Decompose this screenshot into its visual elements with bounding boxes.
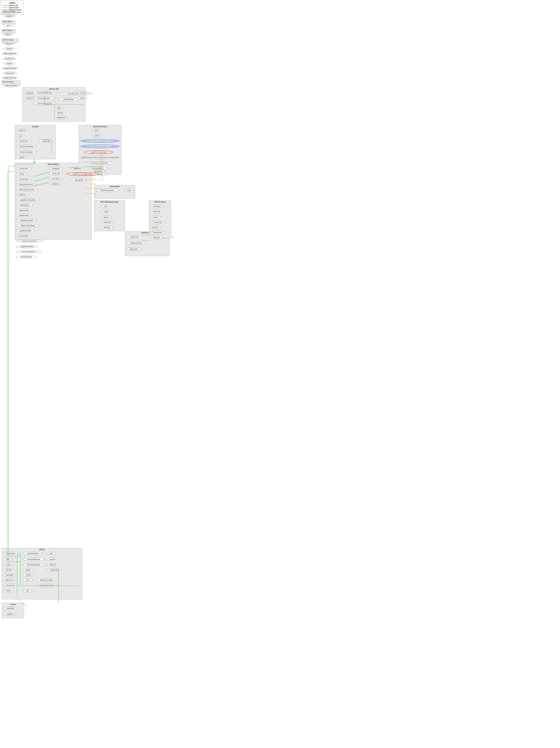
- node-ierc721-isApprovedForAll[interactable]: isApprovedForAll: [2, 76, 18, 79]
- node-bcr-updateSellTax[interactable]: updateSellTax: [16, 209, 32, 212]
- node-erc20-decimals[interactable]: decimals: [3, 568, 15, 571]
- node-bcr-balanceOf[interactable]: balanceOf: [71, 167, 84, 170]
- node-ierc20-approve[interactable]: approve: [150, 226, 161, 229]
- node-erc20-transferFrom[interactable]: transferFrom: [3, 584, 18, 587]
- node-ierc20-totalSupply[interactable]: totalSupply: [150, 205, 164, 208]
- node-bcr-burnTokens[interactable]: burnTokens: [49, 177, 63, 180]
- node-idexRouter-WETH[interactable]: WETH: [93, 129, 101, 132]
- node-erc20-mint[interactable]: _mint: [22, 589, 32, 592]
- node-erc20-msgSender[interactable]: _msgSender: [46, 568, 60, 571]
- node-ierc20meta-decimals[interactable]: decimals: [101, 226, 113, 229]
- node-idexRouter-addLiquidity[interactable]: addLiquidity: [90, 170, 105, 173]
- node-context-msgData[interactable]: _msgData: [3, 612, 16, 616]
- node-bcr-swapBack[interactable]: swapBack: [49, 182, 62, 185]
- node-erc20-decreaseAllowance[interactable]: decreaseAllowance: [22, 563, 45, 566]
- node-ierc721-approve[interactable]: approve: [4, 62, 15, 65]
- node-erc20-name[interactable]: name: [3, 558, 13, 561]
- node-ownable-msgSender[interactable]: _msgSender: [39, 140, 53, 143]
- node-ierc721-ownerOf[interactable]: ownerOf: [3, 47, 15, 50]
- node-erc20-constructor[interactable]: <Constructor>: [3, 552, 18, 555]
- node-address-isContract[interactable]: isContract: [77, 91, 89, 94]
- node-bcr-checkLimits[interactable]: checkLimits: [49, 172, 63, 175]
- node-createPair[interactable]: createPair: [3, 15, 15, 18]
- node-bcr-airdropToWallets[interactable]: airdropToWallets: [16, 255, 36, 258]
- node-address-delegatecall[interactable]: delegatecall: [54, 116, 67, 119]
- node-address-functionCallWithValue[interactable]: functionCallWithValue: [33, 91, 57, 94]
- node-erc20-increaseAllowance[interactable]: increaseAllowance: [22, 558, 45, 561]
- node-safeERC20-safeTransferFrom[interactable]: safeTransferFrom: [126, 242, 147, 245]
- node-address-target[interactable]: target: [54, 106, 64, 110]
- node-bcr-constructor[interactable]: <Constructor>: [16, 167, 31, 170]
- node-context-msgSender[interactable]: _msgSender: [3, 607, 17, 610]
- node-address-verifyCallResult[interactable]: verifyCallResult: [58, 98, 79, 101]
- node-ierc721-transferFrom[interactable]: transferFrom: [3, 57, 16, 60]
- node-ownable-transferOwnership[interactable]: transferOwnership: [16, 150, 36, 154]
- node-erc20-type[interactable]: type: [46, 552, 56, 555]
- node-bcr-setExemptFromFees[interactable]: setExemptFromFees: [16, 183, 36, 186]
- node-bcr-updateDevAddress[interactable]: updateDevAddress: [16, 245, 38, 248]
- node-ownable-renounceOwnership[interactable]: renounceOwnership: [16, 145, 36, 148]
- node-bcr-transferOwnership[interactable]: _transferOwnership: [16, 219, 36, 222]
- node-ierc721-safeTransferFrom[interactable]: safeTransferFrom: [2, 52, 18, 55]
- node-ownable-onlyOwner[interactable]: onlyOwner: [16, 129, 28, 132]
- node-safeERC20-safeApprove[interactable]: safeApprove: [126, 248, 142, 251]
- node-bcr-rescueTokens[interactable]: rescueTokens: [16, 234, 31, 237]
- node-bcr-swapTokensForPAIREDTOKEN[interactable]: swapTokensForPAIREDTOKEN: [66, 172, 99, 176]
- node-safeERC20-safeTransfer[interactable]: safeTransfer: [126, 235, 143, 238]
- node-erc20-allowance[interactable]: allowance: [46, 563, 59, 566]
- node-bcr-transfer[interactable]: _transfer: [16, 172, 27, 176]
- node-erc20-symbol[interactable]: symbol: [3, 563, 13, 566]
- node-ierc20meta-name[interactable]: name: [101, 205, 111, 208]
- node-erc20-balanceOf[interactable]: balanceOf: [3, 579, 15, 582]
- node-erc20-spendAllowance[interactable]: _spendAllowance: [22, 552, 43, 555]
- node-deposit[interactable]: deposit: [3, 33, 13, 36]
- node-idexRouter-swapExactTokensForTokens[interactable]: swapExactTokensForTokensSupportingFeeOnT…: [79, 156, 121, 159]
- node-bcr-updateMaxTransaction[interactable]: updateMaxTransaction: [16, 198, 40, 202]
- node-erc20-approve[interactable]: approve: [22, 568, 34, 571]
- node-ierc20-transferFrom[interactable]: transferFrom: [150, 231, 166, 234]
- node-bcr-disableTransferDelay[interactable]: disableTransferDelay: [16, 224, 40, 227]
- node-ownable-owner[interactable]: owner: [16, 135, 25, 138]
- node-ierc20-transfer[interactable]: transfer: [150, 216, 161, 219]
- node-address-functionStaticCall[interactable]: functionStaticCall: [33, 97, 55, 100]
- node-erc20-approve2[interactable]: _approve: [46, 558, 58, 561]
- node-erc20-transfer[interactable]: transfer: [3, 589, 14, 592]
- node-bcr-removeLimits[interactable]: removeLimits: [16, 178, 31, 181]
- node-ierc20meta-symbol[interactable]: symbol: [101, 210, 112, 213]
- node-bcr-updateMarketingAddress[interactable]: updateMarketingAddress: [16, 239, 43, 242]
- node-ierc721-getApproved[interactable]: getApproved: [3, 72, 17, 75]
- node-address-revert[interactable]: _revert: [77, 97, 87, 100]
- node-bcr-updateLiquidityAddress[interactable]: updateLiquidityAddress: [16, 250, 42, 253]
- node-address-staticcall[interactable]: staticcall: [54, 111, 66, 114]
- node-erc20-afterTokenTransfer[interactable]: afterTokenTransfer: [36, 579, 57, 582]
- node-ierc20meta-approve[interactable]: approve: [101, 216, 112, 219]
- node-supportsInterface[interactable]: supportsInterface: [3, 84, 20, 87]
- node-address-functionDelegateCall[interactable]: functionDelegateCall: [33, 102, 57, 105]
- node-erc20-etransfer[interactable]: _transfer: [22, 574, 34, 577]
- node-idexRouter-factory[interactable]: factory: [93, 134, 102, 137]
- node-ierc20-allowance[interactable]: allowance: [150, 236, 163, 239]
- node-bcr-updateBuyTax[interactable]: updateBuyTax: [16, 204, 33, 207]
- node-erc20-totalSupply[interactable]: totalSupply: [3, 574, 16, 577]
- node-idexRouter-swapExactTokensForETH[interactable]: swapExactTokensForETHSupportingFeeOnTran…: [79, 139, 121, 142]
- node-erc20-beforeTokenTransfer[interactable]: beforeTokenTransfer: [36, 584, 57, 587]
- node-ierc20-functionCall[interactable]: functionCall: [150, 221, 166, 224]
- node-bcr-setExemptFromLimits[interactable]: setExemptFromLimits: [16, 188, 38, 191]
- node-bcr-handleTax[interactable]: handleTax: [16, 193, 28, 196]
- node-idexRouter-swapExactETHForTokens[interactable]: swapExactETHForTokensSupportingFeeOnTran…: [79, 145, 121, 148]
- node-bcr-updateMaxWallet[interactable]: updateMaxWallet: [16, 229, 35, 232]
- node-bcr-enableTrading[interactable]: enableTrading: [16, 214, 32, 217]
- node-bcr-addLiquidity[interactable]: addLiquidity: [71, 179, 87, 182]
- node-idexRouter-swapETHForExactTokens[interactable]: _swapETHForExactTokens: [84, 150, 113, 154]
- node-sync[interactable]: _sync: [3, 24, 13, 27]
- node-ierc20-balanceOf[interactable]: balanceOf: [150, 210, 163, 213]
- node-ownable-constructor[interactable]: <Constructor>: [16, 140, 31, 143]
- node-ierc721-setApprovalForAll[interactable]: setApprovalForAll: [2, 67, 18, 70]
- node-ownable-transfer[interactable]: _transfer: [16, 156, 27, 159]
- node-bcr-totalSupply[interactable]: totalSupply: [49, 167, 63, 170]
- node-erc20-burn[interactable]: _burn: [22, 579, 33, 582]
- node-tokenHandler-sendTokenToOwner[interactable]: sendTokenToOwner: [95, 189, 119, 192]
- node-ierc721-balanceOf[interactable]: balanceOf: [3, 42, 15, 45]
- node-tokenHandler-owner[interactable]: owner: [124, 189, 134, 192]
- node-ierc20meta-balanceOf[interactable]: balanceOf: [101, 221, 114, 224]
